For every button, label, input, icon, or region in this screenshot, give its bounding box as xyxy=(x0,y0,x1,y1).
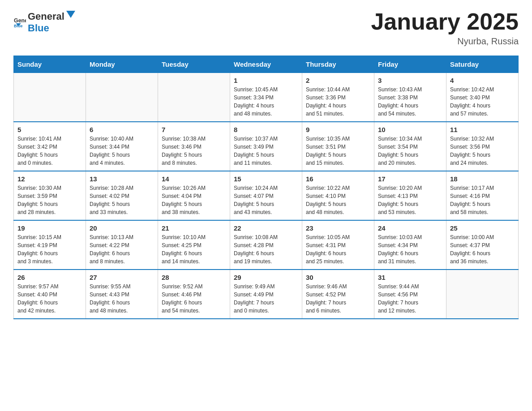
day-number: 15 xyxy=(234,175,298,183)
calendar-cell: 29Sunrise: 9:49 AM Sunset: 4:49 PM Dayli… xyxy=(230,270,302,319)
day-number: 13 xyxy=(90,175,154,183)
calendar-cell: 30Sunrise: 9:46 AM Sunset: 4:52 PM Dayli… xyxy=(302,270,374,319)
calendar-cell: 24Sunrise: 10:03 AM Sunset: 4:34 PM Dayl… xyxy=(374,220,446,270)
svg-text:Blue: Blue xyxy=(14,24,22,28)
logo: General Blue General Blue xyxy=(13,9,77,34)
calendar-cell: 17Sunrise: 10:20 AM Sunset: 4:13 PM Dayl… xyxy=(374,171,446,220)
day-number: 5 xyxy=(17,126,82,133)
calendar-cell: 6Sunrise: 10:40 AM Sunset: 3:44 PM Dayli… xyxy=(86,122,158,171)
day-number: 25 xyxy=(450,224,515,232)
header-row: Sunday Monday Tuesday Wednesday Thursday… xyxy=(14,56,519,73)
day-number: 21 xyxy=(162,224,226,232)
day-number: 27 xyxy=(90,274,154,281)
day-number: 20 xyxy=(90,224,154,232)
day-info: Sunrise: 9:49 AM Sunset: 4:49 PM Dayligh… xyxy=(234,283,298,315)
calendar-cell: 8Sunrise: 10:37 AM Sunset: 3:49 PM Dayli… xyxy=(230,122,302,171)
day-info: Sunrise: 10:32 AM Sunset: 3:56 PM Daylig… xyxy=(450,135,515,167)
calendar-cell: 20Sunrise: 10:13 AM Sunset: 4:22 PM Dayl… xyxy=(86,220,158,270)
day-number: 30 xyxy=(306,274,370,281)
col-sunday: Sunday xyxy=(14,56,86,73)
calendar-cell: 15Sunrise: 10:24 AM Sunset: 4:07 PM Dayl… xyxy=(230,171,302,220)
day-number: 23 xyxy=(306,224,370,232)
day-number: 3 xyxy=(378,77,442,84)
page-header: General Blue General Blue January 2025 N… xyxy=(13,9,519,47)
calendar-cell: 23Sunrise: 10:05 AM Sunset: 4:31 PM Dayl… xyxy=(302,220,374,270)
day-number: 9 xyxy=(306,126,370,133)
calendar-week-row: 26Sunrise: 9:57 AM Sunset: 4:40 PM Dayli… xyxy=(14,270,519,319)
day-info: Sunrise: 10:38 AM Sunset: 3:46 PM Daylig… xyxy=(162,135,226,167)
col-friday: Friday xyxy=(374,56,446,73)
logo-general: General xyxy=(28,11,64,22)
logo-triangle-icon xyxy=(65,9,76,20)
day-info: Sunrise: 10:45 AM Sunset: 3:34 PM Daylig… xyxy=(234,86,298,118)
calendar-body: 1Sunrise: 10:45 AM Sunset: 3:34 PM Dayli… xyxy=(14,73,519,319)
svg-marker-3 xyxy=(66,11,75,18)
calendar-cell: 13Sunrise: 10:28 AM Sunset: 4:02 PM Dayl… xyxy=(86,171,158,220)
calendar-cell: 31Sunrise: 9:44 AM Sunset: 4:56 PM Dayli… xyxy=(374,270,446,319)
day-info: Sunrise: 10:28 AM Sunset: 4:02 PM Daylig… xyxy=(90,184,154,216)
calendar-cell: 18Sunrise: 10:17 AM Sunset: 4:16 PM Dayl… xyxy=(446,171,519,220)
calendar-cell: 3Sunrise: 10:43 AM Sunset: 3:38 PM Dayli… xyxy=(374,73,446,122)
day-number: 6 xyxy=(90,126,154,133)
col-saturday: Saturday xyxy=(446,56,519,73)
day-info: Sunrise: 10:00 AM Sunset: 4:37 PM Daylig… xyxy=(450,233,515,265)
calendar-cell: 27Sunrise: 9:55 AM Sunset: 4:43 PM Dayli… xyxy=(86,270,158,319)
col-monday: Monday xyxy=(86,56,158,73)
calendar-cell xyxy=(14,73,86,122)
calendar-cell: 9Sunrise: 10:35 AM Sunset: 3:51 PM Dayli… xyxy=(302,122,374,171)
day-info: Sunrise: 9:46 AM Sunset: 4:52 PM Dayligh… xyxy=(306,283,370,315)
day-info: Sunrise: 10:03 AM Sunset: 4:34 PM Daylig… xyxy=(378,233,442,265)
day-info: Sunrise: 10:10 AM Sunset: 4:25 PM Daylig… xyxy=(162,233,226,265)
day-number: 19 xyxy=(17,224,82,232)
calendar-cell: 12Sunrise: 10:30 AM Sunset: 3:59 PM Dayl… xyxy=(14,171,86,220)
calendar-cell xyxy=(158,73,230,122)
calendar-week-row: 19Sunrise: 10:15 AM Sunset: 4:19 PM Dayl… xyxy=(14,220,519,270)
day-info: Sunrise: 10:13 AM Sunset: 4:22 PM Daylig… xyxy=(90,233,154,265)
day-number: 28 xyxy=(162,274,226,281)
day-number: 29 xyxy=(234,274,298,281)
day-number: 10 xyxy=(378,126,442,133)
day-number: 22 xyxy=(234,224,298,232)
day-info: Sunrise: 10:17 AM Sunset: 4:16 PM Daylig… xyxy=(450,184,515,216)
calendar-cell: 16Sunrise: 10:22 AM Sunset: 4:10 PM Dayl… xyxy=(302,171,374,220)
calendar-cell xyxy=(446,270,519,319)
day-info: Sunrise: 10:22 AM Sunset: 4:10 PM Daylig… xyxy=(306,184,370,216)
day-info: Sunrise: 10:40 AM Sunset: 3:44 PM Daylig… xyxy=(90,135,154,167)
calendar-cell: 25Sunrise: 10:00 AM Sunset: 4:37 PM Dayl… xyxy=(446,220,519,270)
day-info: Sunrise: 10:35 AM Sunset: 3:51 PM Daylig… xyxy=(306,135,370,167)
day-info: Sunrise: 10:41 AM Sunset: 3:42 PM Daylig… xyxy=(17,135,82,167)
day-info: Sunrise: 10:43 AM Sunset: 3:38 PM Daylig… xyxy=(378,86,442,118)
calendar-week-row: 1Sunrise: 10:45 AM Sunset: 3:34 PM Dayli… xyxy=(14,73,519,122)
day-number: 26 xyxy=(17,274,82,281)
calendar-cell: 1Sunrise: 10:45 AM Sunset: 3:34 PM Dayli… xyxy=(230,73,302,122)
calendar-cell: 19Sunrise: 10:15 AM Sunset: 4:19 PM Dayl… xyxy=(14,220,86,270)
day-info: Sunrise: 9:52 AM Sunset: 4:46 PM Dayligh… xyxy=(162,283,226,315)
day-number: 11 xyxy=(450,126,515,133)
day-number: 16 xyxy=(306,175,370,183)
title-block: January 2025 Nyurba, Russia xyxy=(371,9,519,47)
day-info: Sunrise: 9:55 AM Sunset: 4:43 PM Dayligh… xyxy=(90,283,154,315)
day-number: 12 xyxy=(17,175,82,183)
day-number: 4 xyxy=(450,77,515,84)
calendar-subtitle: Nyurba, Russia xyxy=(371,36,519,47)
col-wednesday: Wednesday xyxy=(230,56,302,73)
day-info: Sunrise: 10:26 AM Sunset: 4:04 PM Daylig… xyxy=(162,184,226,216)
day-info: Sunrise: 10:34 AM Sunset: 3:54 PM Daylig… xyxy=(378,135,442,167)
day-number: 2 xyxy=(306,77,370,84)
calendar-week-row: 12Sunrise: 10:30 AM Sunset: 3:59 PM Dayl… xyxy=(14,171,519,220)
day-info: Sunrise: 10:24 AM Sunset: 4:07 PM Daylig… xyxy=(234,184,298,216)
day-number: 1 xyxy=(234,77,298,84)
calendar-cell: 21Sunrise: 10:10 AM Sunset: 4:25 PM Dayl… xyxy=(158,220,230,270)
col-tuesday: Tuesday xyxy=(158,56,230,73)
day-info: Sunrise: 9:44 AM Sunset: 4:56 PM Dayligh… xyxy=(378,283,442,315)
day-number: 24 xyxy=(378,224,442,232)
day-info: Sunrise: 10:44 AM Sunset: 3:36 PM Daylig… xyxy=(306,86,370,118)
calendar-week-row: 5Sunrise: 10:41 AM Sunset: 3:42 PM Dayli… xyxy=(14,122,519,171)
calendar-title: January 2025 xyxy=(371,9,519,34)
col-thursday: Thursday xyxy=(302,56,374,73)
day-info: Sunrise: 10:30 AM Sunset: 3:59 PM Daylig… xyxy=(17,184,82,216)
day-info: Sunrise: 10:42 AM Sunset: 3:40 PM Daylig… xyxy=(450,86,515,118)
calendar-cell: 5Sunrise: 10:41 AM Sunset: 3:42 PM Dayli… xyxy=(14,122,86,171)
day-info: Sunrise: 10:37 AM Sunset: 3:49 PM Daylig… xyxy=(234,135,298,167)
calendar-cell: 26Sunrise: 9:57 AM Sunset: 4:40 PM Dayli… xyxy=(14,270,86,319)
